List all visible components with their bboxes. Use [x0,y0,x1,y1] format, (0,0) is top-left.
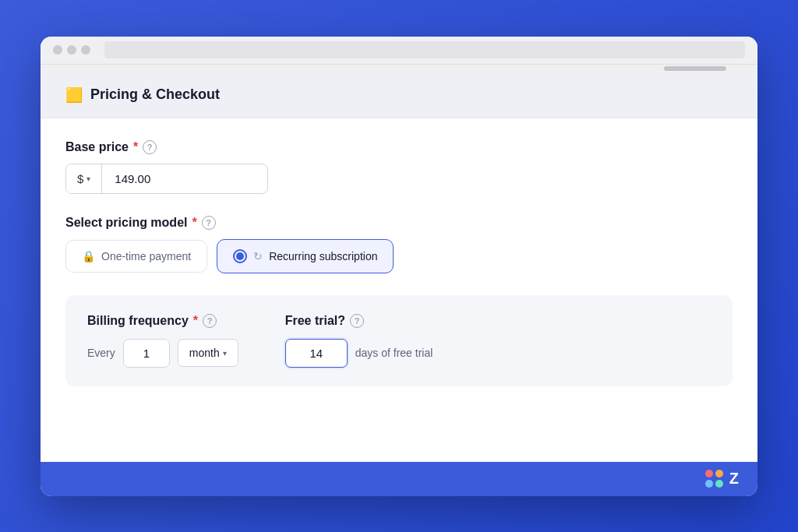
section-icon: 🟨 [65,86,83,104]
bottom-bar: Z [41,462,757,496]
billing-section: Billing frequency * ? Every month ▾ [65,295,733,386]
logo-dot-bl [705,480,713,488]
pricing-model-required: * [192,216,196,230]
period-chevron-icon: ▾ [223,349,227,358]
currency-symbol: $ [77,172,83,185]
pricing-model-label: Select pricing model * ? [65,216,733,230]
free-trial-label-text: Free trial? [285,314,345,328]
trial-days-input[interactable] [285,339,348,368]
scrollbar-thumb[interactable] [664,66,726,71]
base-price-group: Base price * ? $ ▾ [65,140,733,194]
period-selector[interactable]: month ▾ [178,339,238,367]
pricing-model-group: Select pricing model * ? 🔒 One-time paym… [65,216,733,273]
section-title: Pricing & Checkout [90,86,220,103]
pricing-model-help-icon[interactable]: ? [202,216,216,230]
lock-icon: 🔒 [82,250,95,262]
period-value: month [189,347,220,359]
pricing-model-options: 🔒 One-time payment ↻ Recurring subscript… [65,239,733,273]
free-trial-group: Free trial? ? days of free trial [285,314,433,368]
every-label: Every [87,347,115,359]
logo-dot-tl [705,470,713,477]
logo-dot-br [715,480,723,488]
model-option-one-time-label: One-time payment [101,250,191,262]
dot-red [53,45,62,55]
browser-dots [53,45,90,55]
url-bar [104,41,745,58]
currency-chevron-icon: ▾ [87,174,90,183]
browser-bar [41,37,757,65]
base-price-label: Base price * ? [65,140,733,154]
billing-frequency-help-icon[interactable]: ? [203,314,217,328]
scrollbar-area [41,65,757,72]
free-trial-controls: days of free trial [285,339,433,368]
base-price-required: * [133,140,138,154]
billing-frequency-group: Billing frequency * ? Every month ▾ [87,314,238,368]
free-trial-label: Free trial? ? [285,314,433,328]
model-option-recurring-label: Recurring subscription [269,250,377,262]
price-input-row: $ ▾ [65,164,268,194]
base-price-help-icon[interactable]: ? [143,140,157,154]
content-area: 🟨 Pricing & Checkout Base price * ? $ ▾ [41,72,757,462]
price-value-input[interactable] [102,164,242,193]
radio-dot-recurring [233,249,247,263]
recurring-icon: ↻ [253,250,263,262]
model-option-one-time[interactable]: 🔒 One-time payment [65,240,207,273]
dot-green [81,45,90,55]
dot-yellow [67,45,76,55]
radio-dot-inner [236,252,244,260]
billing-frequency-label: Billing frequency * ? [87,314,238,328]
base-price-label-text: Base price [65,140,129,154]
pricing-model-label-text: Select pricing model [65,216,187,230]
days-label: days of free trial [355,347,433,359]
free-trial-help-icon[interactable]: ? [350,314,364,328]
form-content: Base price * ? $ ▾ Select pricing model … [41,118,757,462]
model-option-recurring[interactable]: ↻ Recurring subscription [217,239,394,273]
currency-selector[interactable]: $ ▾ [66,164,102,193]
billing-frequency-label-text: Billing frequency [87,314,189,328]
logo-grid [705,470,723,488]
billing-interval-input[interactable] [123,339,170,368]
logo-letter: Z [729,470,739,488]
billing-controls: Every month ▾ [87,339,238,368]
logo-dot-tr [715,470,723,477]
billing-frequency-required: * [193,314,198,328]
section-header: 🟨 Pricing & Checkout [41,72,757,118]
